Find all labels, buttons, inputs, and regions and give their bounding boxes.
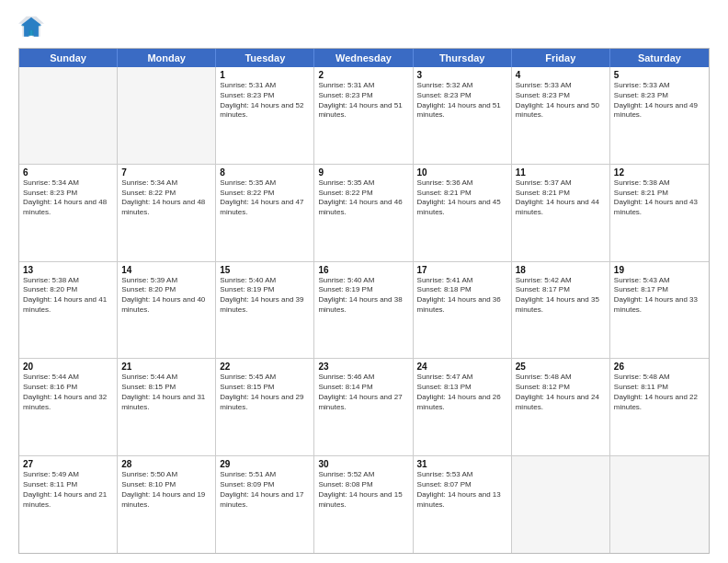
day-info: Sunrise: 5:34 AMSunset: 8:22 PMDaylight:… — [121, 178, 211, 218]
calendar-cell: 23Sunrise: 5:46 AMSunset: 8:14 PMDayligh… — [314, 359, 413, 455]
day-number: 10 — [417, 167, 507, 178]
calendar-cell: 25Sunrise: 5:48 AMSunset: 8:12 PMDayligh… — [512, 359, 610, 455]
day-info: Sunrise: 5:36 AMSunset: 8:21 PMDaylight:… — [417, 178, 507, 218]
calendar-row: 6Sunrise: 5:34 AMSunset: 8:23 PMDaylight… — [19, 165, 709, 262]
calendar-cell: 11Sunrise: 5:37 AMSunset: 8:21 PMDayligh… — [512, 165, 610, 261]
logo — [18, 15, 48, 40]
day-number: 22 — [220, 362, 310, 372]
day-number: 30 — [318, 459, 408, 469]
day-number: 4 — [516, 70, 606, 80]
day-info: Sunrise: 5:44 AMSunset: 8:16 PMDaylight:… — [23, 373, 113, 412]
calendar-cell: 20Sunrise: 5:44 AMSunset: 8:16 PMDayligh… — [19, 359, 118, 455]
day-number: 28 — [121, 459, 211, 469]
calendar-cell: 15Sunrise: 5:40 AMSunset: 8:19 PMDayligh… — [216, 262, 314, 359]
day-number: 17 — [417, 265, 507, 275]
day-info: Sunrise: 5:43 AMSunset: 8:17 PMDaylight:… — [614, 276, 705, 316]
day-info: Sunrise: 5:44 AMSunset: 8:15 PMDaylight:… — [121, 373, 211, 412]
calendar-row: 13Sunrise: 5:38 AMSunset: 8:20 PMDayligh… — [19, 262, 709, 360]
day-info: Sunrise: 5:49 AMSunset: 8:11 PMDaylight:… — [23, 470, 113, 510]
day-number: 16 — [318, 265, 408, 275]
day-info: Sunrise: 5:31 AMSunset: 8:23 PMDaylight:… — [220, 81, 310, 121]
calendar-cell: 28Sunrise: 5:50 AMSunset: 8:10 PMDayligh… — [118, 456, 216, 553]
day-info: Sunrise: 5:35 AMSunset: 8:22 PMDaylight:… — [318, 178, 408, 218]
day-number: 14 — [121, 265, 211, 275]
calendar-cell: 21Sunrise: 5:44 AMSunset: 8:15 PMDayligh… — [118, 359, 216, 455]
day-info: Sunrise: 5:35 AMSunset: 8:22 PMDaylight:… — [220, 178, 310, 218]
calendar-cell: 27Sunrise: 5:49 AMSunset: 8:11 PMDayligh… — [19, 456, 118, 553]
day-info: Sunrise: 5:40 AMSunset: 8:19 PMDaylight:… — [220, 276, 310, 316]
calendar-cell: 14Sunrise: 5:39 AMSunset: 8:20 PMDayligh… — [118, 262, 216, 359]
calendar: SundayMondayTuesdayWednesdayThursdayFrid… — [18, 48, 710, 554]
calendar-cell: 16Sunrise: 5:40 AMSunset: 8:19 PMDayligh… — [314, 262, 413, 359]
calendar-cell: 7Sunrise: 5:34 AMSunset: 8:22 PMDaylight… — [118, 165, 216, 261]
day-info: Sunrise: 5:42 AMSunset: 8:17 PMDaylight:… — [516, 276, 606, 316]
day-info: Sunrise: 5:33 AMSunset: 8:23 PMDaylight:… — [516, 81, 606, 121]
day-number: 12 — [614, 167, 705, 178]
day-info: Sunrise: 5:38 AMSunset: 8:21 PMDaylight:… — [614, 178, 705, 218]
day-number: 21 — [121, 362, 211, 372]
day-number: 27 — [23, 459, 113, 469]
calendar-cell: 13Sunrise: 5:38 AMSunset: 8:20 PMDayligh… — [19, 262, 118, 359]
calendar-cell: 4Sunrise: 5:33 AMSunset: 8:23 PMDaylight… — [512, 67, 610, 164]
calendar-cell: 19Sunrise: 5:43 AMSunset: 8:17 PMDayligh… — [610, 262, 709, 359]
calendar-cell: 12Sunrise: 5:38 AMSunset: 8:21 PMDayligh… — [610, 165, 709, 261]
day-number: 23 — [318, 362, 408, 372]
day-info: Sunrise: 5:45 AMSunset: 8:15 PMDaylight:… — [220, 373, 310, 412]
calendar-cell: 1Sunrise: 5:31 AMSunset: 8:23 PMDaylight… — [216, 67, 314, 164]
day-info: Sunrise: 5:52 AMSunset: 8:08 PMDaylight:… — [318, 470, 408, 510]
day-number: 13 — [23, 265, 113, 275]
calendar-cell — [118, 67, 216, 164]
day-info: Sunrise: 5:33 AMSunset: 8:23 PMDaylight:… — [614, 81, 705, 121]
calendar-cell: 2Sunrise: 5:31 AMSunset: 8:23 PMDaylight… — [314, 67, 413, 164]
day-number: 5 — [614, 70, 705, 80]
day-info: Sunrise: 5:31 AMSunset: 8:23 PMDaylight:… — [318, 81, 408, 121]
calendar-cell: 17Sunrise: 5:41 AMSunset: 8:18 PMDayligh… — [414, 262, 512, 359]
day-number: 3 — [417, 70, 507, 80]
day-number: 8 — [220, 167, 310, 178]
calendar-cell: 6Sunrise: 5:34 AMSunset: 8:23 PMDaylight… — [19, 165, 118, 261]
calendar-cell: 10Sunrise: 5:36 AMSunset: 8:21 PMDayligh… — [414, 165, 512, 261]
calendar-cell: 26Sunrise: 5:48 AMSunset: 8:11 PMDayligh… — [610, 359, 709, 455]
weekday-header: Tuesday — [216, 49, 314, 67]
day-number: 11 — [516, 167, 606, 178]
calendar-header: SundayMondayTuesdayWednesdayThursdayFrid… — [19, 49, 709, 67]
calendar-cell: 9Sunrise: 5:35 AMSunset: 8:22 PMDaylight… — [314, 165, 413, 261]
day-info: Sunrise: 5:53 AMSunset: 8:07 PMDaylight:… — [417, 470, 507, 510]
day-info: Sunrise: 5:50 AMSunset: 8:10 PMDaylight:… — [121, 470, 211, 510]
day-number: 24 — [417, 362, 507, 372]
day-info: Sunrise: 5:47 AMSunset: 8:13 PMDaylight:… — [417, 373, 507, 412]
calendar-cell: 3Sunrise: 5:32 AMSunset: 8:23 PMDaylight… — [414, 67, 512, 164]
day-number: 7 — [121, 167, 211, 178]
weekday-header: Wednesday — [314, 49, 413, 67]
day-number: 19 — [614, 265, 705, 275]
calendar-cell: 31Sunrise: 5:53 AMSunset: 8:07 PMDayligh… — [414, 456, 512, 553]
weekday-header: Friday — [512, 49, 610, 67]
calendar-cell: 24Sunrise: 5:47 AMSunset: 8:13 PMDayligh… — [414, 359, 512, 455]
day-number: 1 — [220, 70, 310, 80]
day-number: 26 — [614, 362, 705, 372]
calendar-cell: 22Sunrise: 5:45 AMSunset: 8:15 PMDayligh… — [216, 359, 314, 455]
header — [18, 15, 710, 40]
day-info: Sunrise: 5:39 AMSunset: 8:20 PMDaylight:… — [121, 276, 211, 316]
day-number: 15 — [220, 265, 310, 275]
day-number: 6 — [23, 167, 113, 178]
calendar-cell — [512, 456, 610, 553]
calendar-cell: 5Sunrise: 5:33 AMSunset: 8:23 PMDaylight… — [610, 67, 709, 164]
weekday-header: Monday — [118, 49, 216, 67]
calendar-cell: 29Sunrise: 5:51 AMSunset: 8:09 PMDayligh… — [216, 456, 314, 553]
calendar-row: 20Sunrise: 5:44 AMSunset: 8:16 PMDayligh… — [19, 359, 709, 456]
day-info: Sunrise: 5:51 AMSunset: 8:09 PMDaylight:… — [220, 470, 310, 510]
calendar-cell: 30Sunrise: 5:52 AMSunset: 8:08 PMDayligh… — [314, 456, 413, 553]
day-info: Sunrise: 5:37 AMSunset: 8:21 PMDaylight:… — [516, 178, 606, 218]
page: SundayMondayTuesdayWednesdayThursdayFrid… — [0, 0, 728, 563]
calendar-row: 27Sunrise: 5:49 AMSunset: 8:11 PMDayligh… — [19, 456, 709, 553]
day-info: Sunrise: 5:48 AMSunset: 8:11 PMDaylight:… — [614, 373, 705, 412]
day-number: 9 — [318, 167, 408, 178]
day-number: 18 — [516, 265, 606, 275]
day-info: Sunrise: 5:34 AMSunset: 8:23 PMDaylight:… — [23, 178, 113, 218]
weekday-header: Sunday — [19, 49, 118, 67]
calendar-cell: 8Sunrise: 5:35 AMSunset: 8:22 PMDaylight… — [216, 165, 314, 261]
day-number: 29 — [220, 459, 310, 469]
calendar-body: 1Sunrise: 5:31 AMSunset: 8:23 PMDaylight… — [19, 67, 709, 553]
day-number: 2 — [318, 70, 408, 80]
